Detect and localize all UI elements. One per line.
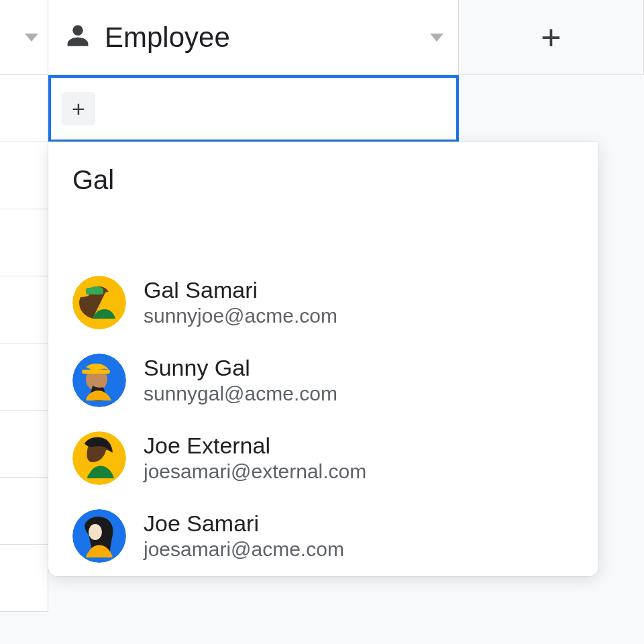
employee-column-header[interactable]: Employee [48, 0, 459, 74]
svg-rect-2 [86, 288, 103, 294]
person-email: sunnyjoe@acme.com [144, 303, 337, 329]
plus-icon: + [72, 96, 85, 122]
cell[interactable] [0, 411, 48, 478]
column-header-row: Employee + [0, 0, 644, 75]
person-result[interactable]: Gal Samari sunnyjoe@acme.com [72, 276, 574, 329]
person-email: joesamari@external.com [144, 459, 366, 484]
cell[interactable] [0, 478, 48, 545]
person-name: Sunny Gal [144, 355, 337, 381]
person-result[interactable]: Joe Samari joesamari@acme.com [72, 509, 574, 563]
person-result[interactable]: Sunny Gal sunnygal@acme.com [72, 354, 574, 407]
svg-point-9 [89, 524, 102, 540]
svg-point-0 [72, 25, 83, 35]
add-column-button[interactable]: + [459, 0, 644, 74]
cell[interactable] [0, 75, 48, 142]
search-input[interactable]: Gal [72, 165, 574, 195]
svg-rect-5 [82, 370, 110, 374]
result-text: Sunny Gal sunnygal@acme.com [144, 355, 337, 407]
avatar [72, 431, 126, 485]
column-title: Employee [105, 21, 230, 54]
results-list: Gal Samari sunnyjoe@acme.com Sunny Gal s… [72, 276, 574, 563]
result-text: Gal Samari sunnyjoe@acme.com [144, 277, 337, 329]
active-cell[interactable]: + [48, 75, 459, 142]
person-name: Joe External [144, 433, 366, 459]
grid-body: + Gal Gal Samari sunnyjoe@acme.com [0, 75, 644, 612]
people-picker-dropdown: Gal Gal Samari sunnyjoe@acme.com [48, 142, 598, 576]
avatar [72, 354, 126, 407]
previous-column-header[interactable] [0, 0, 48, 74]
person-email: joesamari@acme.com [144, 537, 344, 562]
plus-icon: + [541, 20, 561, 55]
chevron-down-icon[interactable] [430, 34, 443, 42]
result-text: Joe Samari joesamari@acme.com [144, 511, 344, 562]
previous-column-cells [0, 75, 48, 612]
person-name: Gal Samari [144, 277, 337, 303]
cell[interactable] [0, 142, 48, 209]
avatar [72, 276, 126, 329]
person-icon [63, 21, 93, 54]
cell[interactable] [0, 343, 48, 411]
person-name: Joe Samari [144, 511, 344, 537]
add-chip-button[interactable]: + [62, 92, 95, 125]
cell[interactable] [0, 209, 48, 276]
person-result[interactable]: Joe External joesamari@external.com [72, 431, 574, 485]
result-text: Joe External joesamari@external.com [144, 433, 366, 484]
person-email: sunnygal@acme.com [144, 381, 337, 407]
employee-column-cells: + Gal Gal Samari sunnyjoe@acme.com [48, 75, 459, 612]
cell[interactable] [0, 545, 48, 612]
spreadsheet-view: Employee + + Gal [0, 0, 644, 644]
avatar [72, 509, 126, 563]
cell[interactable] [0, 276, 48, 343]
chevron-down-icon [25, 34, 38, 42]
